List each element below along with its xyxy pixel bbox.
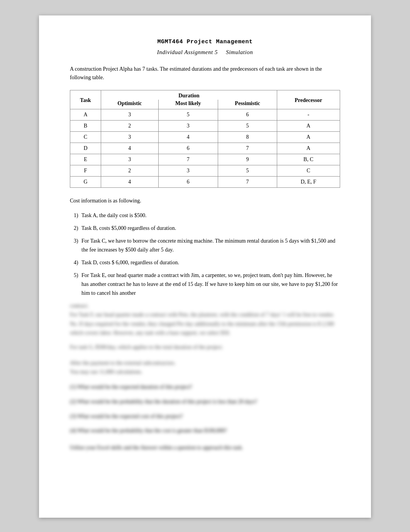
cell-pessimistic-1: 5 [218,120,277,131]
cell-predecessor-3: A [277,143,340,154]
cell-optimistic-6: 4 [101,176,159,187]
table-row: B235A [70,120,340,131]
cell-pessimistic-4: 9 [218,154,277,165]
cell-pessimistic-5: 5 [218,165,277,176]
col-most-likely: Most likely [158,100,218,109]
cell-optimistic-0: 3 [101,109,159,120]
blurred-line2: You may use 11,000 calculations. [70,367,340,376]
table-header-row-1: Task Duration Predecessor [70,90,340,100]
page-header: MGMT464 Project Management Individual As… [70,39,340,56]
cell-optimistic-3: 4 [101,143,159,154]
cell-predecessor-1: A [277,120,340,131]
assignment-subtitle: Individual Assignment 5 Simulation [70,49,340,56]
cell-task-5: F [70,165,101,176]
cell-most_likely-5: 3 [158,165,218,176]
blurred-contract-line: contract. [70,301,340,310]
cell-task-4: E [70,154,101,165]
table-row: A356- [70,109,340,120]
cost-item-num-5: 5) [74,271,78,280]
col-optimistic: Optimistic [101,100,159,109]
cell-optimistic-1: 2 [101,120,159,131]
col-pessimistic: Pessimistic [218,100,277,109]
cell-task-2: C [70,131,101,143]
cell-most_likely-3: 6 [158,143,218,154]
cell-most_likely-0: 5 [158,109,218,120]
cost-item-num-1: 1) [74,211,78,220]
cell-predecessor-5: C [277,165,340,176]
blurred-item-6: For Task F, our head quarter made a cont… [70,310,340,337]
cell-task-6: G [70,176,101,187]
blurred-continuation: contract. For Task F, our head quarter m… [70,301,340,351]
col-duration: Duration [101,90,277,100]
cost-item-num-2: 2) [74,224,78,233]
cell-task-1: B [70,120,101,131]
cell-pessimistic-2: 8 [218,131,277,143]
cell-task-0: A [70,109,101,120]
cost-list: 1) Task A, the daily cost is $500.2) Tas… [70,211,340,298]
cell-pessimistic-0: 6 [218,109,277,120]
cost-intro: Cost information is as following. [70,196,340,206]
cell-optimistic-5: 2 [101,165,159,176]
col-task: Task [70,90,101,109]
task-table-body: A356-B235AC348AD467AE379B, CF235CG467D, … [70,109,340,187]
question-item-4: (4) What would be the probability that t… [70,426,340,435]
cell-predecessor-0: - [277,109,340,120]
course-title: MGMT464 Project Management [70,39,340,45]
cost-item-3: 3) For Task C, we have to borrow the con… [74,236,340,254]
table-row: C348A [70,131,340,143]
blurred-line1: After the payment to the external subcon… [70,359,340,367]
question-item-3: (3) What would be the expected cost of t… [70,412,340,421]
cell-pessimistic-3: 7 [218,143,277,154]
intro-paragraph: A construction Project Alpha has 7 tasks… [70,65,340,82]
cost-item-5: 5) For Task E, our head quarter made a c… [74,271,340,297]
questions-section: (1) What would be the expected duration … [70,382,340,435]
assignment-type: Simulation [226,49,253,55]
assignment-label: Individual Assignment 5 [157,49,218,55]
cell-predecessor-6: D, E, F [277,176,340,187]
cell-optimistic-2: 3 [101,131,159,143]
cell-predecessor-2: A [277,131,340,143]
table-row: G467D, E, F [70,176,340,187]
cell-most_likely-1: 3 [158,120,218,131]
cost-item-num-4: 4) [74,258,78,267]
table-row: D467A [70,143,340,154]
table-row: F235C [70,165,340,176]
question-item-2: (2) What would be the probability that t… [70,397,340,406]
cell-most_likely-4: 7 [158,154,218,165]
document-page: MGMT464 Project Management Individual As… [39,15,371,518]
table-row: E379B, C [70,154,340,165]
cell-task-3: D [70,143,101,154]
cell-most_likely-2: 4 [158,131,218,143]
cell-most_likely-6: 6 [158,176,218,187]
cost-item-num-3: 3) [74,236,78,245]
task-table: Task Duration Predecessor Optimistic Mos… [70,90,340,188]
cell-pessimistic-6: 7 [218,176,277,187]
cost-item-4: 4) Task D, costs $ 6,000, regardless of … [74,258,340,267]
cell-predecessor-4: B, C [277,154,340,165]
cost-item-2: 2) Task B, costs $5,000 regardless of du… [74,224,340,233]
question-item-1: (1) What would be the expected duration … [70,382,340,392]
task-table-wrapper: Task Duration Predecessor Optimistic Mos… [70,90,340,188]
col-predecessor: Predecessor [277,90,340,109]
blurred-bottom-lines: After the payment to the external subcon… [70,359,340,376]
cost-item-1: 1) Task A, the daily cost is $500. [74,211,340,220]
cell-optimistic-4: 3 [101,154,159,165]
blurred-item-7: For task G, $500/day, which applies to t… [70,343,340,352]
bottom-note: Utilize your Excel skills and the Answer… [70,443,340,452]
